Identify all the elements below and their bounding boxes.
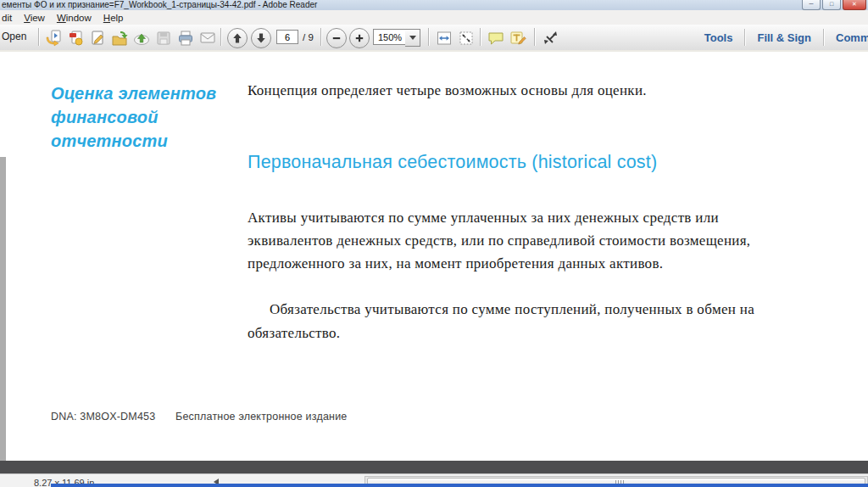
open-from-cloud-folder-icon <box>111 30 128 47</box>
maximize-icon: □ <box>830 1 833 7</box>
email-button[interactable] <box>197 27 219 49</box>
print-button[interactable] <box>175 27 197 49</box>
sign-document-button[interactable] <box>86 27 108 49</box>
menu-item-edit[interactable]: dit <box>0 12 18 24</box>
toolbar-separator <box>480 28 481 46</box>
send-file-icon <box>45 30 62 47</box>
footer-dna-code: DNA: 3M8OX-DM453 <box>51 411 155 423</box>
previous-page-button[interactable] <box>227 28 248 48</box>
chapter-heading: Оценка элементов финансовой отчетности <box>51 81 216 153</box>
send-file-button[interactable] <box>42 27 64 49</box>
maximize-button[interactable]: □ <box>822 0 841 10</box>
open-button[interactable]: Open <box>2 31 26 42</box>
fit-page-button[interactable] <box>455 27 477 49</box>
document-pane[interactable]: Оценка элементов финансовой отчетности К… <box>0 50 868 473</box>
zoom-level-value[interactable]: 150% <box>373 29 407 45</box>
window-controls: ─ □ ✕ <box>802 0 866 9</box>
page-total-label: / 9 <box>303 32 314 42</box>
page-footer: DNA: 3M8OX-DM453 Бесплатное электронное … <box>51 411 364 423</box>
highlight-text-button[interactable] <box>507 27 529 49</box>
chapter-heading-line: Оценка элементов <box>51 81 216 105</box>
toolbar: Open <box>0 25 868 51</box>
close-button[interactable]: ✕ <box>843 0 866 10</box>
toolbar-right-group: Tools Fill & Sign Comment <box>693 25 868 50</box>
toolbar-separator <box>534 28 535 46</box>
pane-top-edge <box>0 50 868 52</box>
toolbar-separator <box>220 28 221 46</box>
menu-item-window[interactable]: Window <box>51 12 97 24</box>
comment-button[interactable]: Comment <box>824 31 868 44</box>
zoom-level-dropdown[interactable] <box>405 29 420 47</box>
menu-item-view[interactable]: View <box>18 12 51 24</box>
fill-and-sign-button[interactable]: Fill & Sign <box>745 31 823 44</box>
minimize-icon: ─ <box>810 1 814 7</box>
page-bottom-edge <box>0 461 868 473</box>
menu-bar: dit View Window Help <box>0 10 868 25</box>
toolbar-separator <box>38 28 39 46</box>
print-icon <box>177 30 194 47</box>
tools-button[interactable]: Tools <box>693 31 745 44</box>
cloud-upload-icon <box>133 30 150 47</box>
close-icon: ✕ <box>852 1 857 7</box>
sticky-note-button[interactable] <box>485 27 507 49</box>
pane-left-margin <box>0 157 6 461</box>
body-paragraph-1: Активы учитываются по сумме уплаченных з… <box>248 206 803 275</box>
taskbar-edge <box>51 484 868 487</box>
save-icon <box>155 30 172 47</box>
minus-icon <box>331 32 342 44</box>
adobe-reader-window: ементы ФО и их признание=F7_Workbook_1-с… <box>0 0 868 487</box>
minimize-button[interactable]: ─ <box>802 0 821 10</box>
arrow-down-icon <box>254 31 268 45</box>
fullscreen-button[interactable] <box>540 27 562 49</box>
create-pdf-icon <box>67 30 84 47</box>
chevron-down-icon <box>409 36 416 40</box>
email-icon <box>199 30 216 47</box>
save-button[interactable] <box>153 27 175 49</box>
fit-page-icon <box>458 30 475 47</box>
fit-width-icon <box>436 30 453 47</box>
chapter-heading-line: отчетности <box>51 129 216 153</box>
intro-paragraph: Концепция определяет четыре возможных ос… <box>248 82 647 99</box>
toolbar-separator <box>428 28 429 46</box>
next-page-button[interactable] <box>251 28 271 48</box>
open-from-cloud-button[interactable] <box>108 27 131 49</box>
toolbar-separator <box>320 28 321 46</box>
menu-item-help[interactable]: Help <box>97 12 130 24</box>
plus-icon <box>353 32 365 44</box>
page-number-input[interactable] <box>276 30 298 44</box>
zoom-out-button[interactable] <box>326 28 347 48</box>
sign-document-icon <box>89 30 106 47</box>
fullscreen-expand-icon <box>542 30 559 47</box>
comment-bubble-icon <box>487 30 504 47</box>
window-title: ементы ФО и их признание=F7_Workbook_1-с… <box>2 0 317 9</box>
chapter-heading-line: финансовой <box>51 105 216 129</box>
fit-width-button[interactable] <box>433 27 455 49</box>
highlight-text-icon <box>509 30 526 47</box>
body-paragraph-2: Обязательства учитываются по сумме посту… <box>248 298 790 345</box>
section-heading: Первоначальная себестоимость (historical… <box>248 152 657 173</box>
footer-edition-label: Бесплатное электронное издание <box>175 411 347 423</box>
create-pdf-button[interactable] <box>64 27 86 49</box>
arrow-up-icon <box>231 31 244 45</box>
upload-to-cloud-button[interactable] <box>131 27 153 49</box>
zoom-in-button[interactable] <box>349 28 370 48</box>
